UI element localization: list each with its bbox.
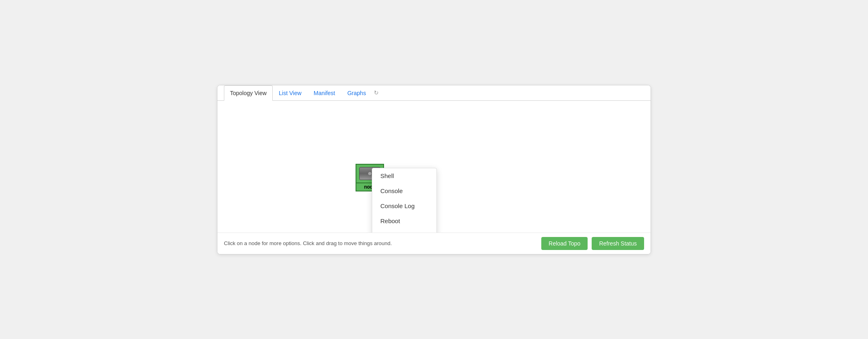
context-menu-item-console[interactable]: Console — [372, 183, 436, 198]
reload-topo-button[interactable]: Reload Topo — [541, 237, 588, 250]
tab-list-view[interactable]: List View — [273, 85, 308, 101]
context-menu-item-reload[interactable]: Reload — [372, 228, 436, 233]
tab-manifest[interactable]: Manifest — [308, 85, 341, 101]
context-menu: Shell Console Console Log Reboot Reload … — [372, 168, 437, 233]
context-menu-item-reboot[interactable]: Reboot — [372, 213, 436, 228]
footer-hint: Click on a node for more options. Click … — [224, 240, 392, 246]
tab-graphs[interactable]: Graphs — [341, 85, 372, 101]
context-menu-item-console-log[interactable]: Console Log — [372, 198, 436, 213]
context-menu-item-shell[interactable]: Shell — [372, 168, 436, 183]
footer-bar: Click on a node for more options. Click … — [217, 233, 651, 254]
refresh-status-button[interactable]: Refresh Status — [592, 237, 644, 250]
canvas-area[interactable]: node Shell Console Console Log Reboot Re… — [217, 101, 651, 233]
main-window: Topology View List View Manifest Graphs … — [217, 85, 651, 254]
topology-canvas: node Shell Console Console Log Reboot Re… — [217, 101, 651, 233]
footer-buttons: Reload Topo Refresh Status — [541, 237, 644, 250]
tab-topology-view[interactable]: Topology View — [224, 85, 273, 101]
tab-bar: Topology View List View Manifest Graphs … — [217, 85, 651, 101]
refresh-icon[interactable]: ↻ — [374, 89, 379, 96]
